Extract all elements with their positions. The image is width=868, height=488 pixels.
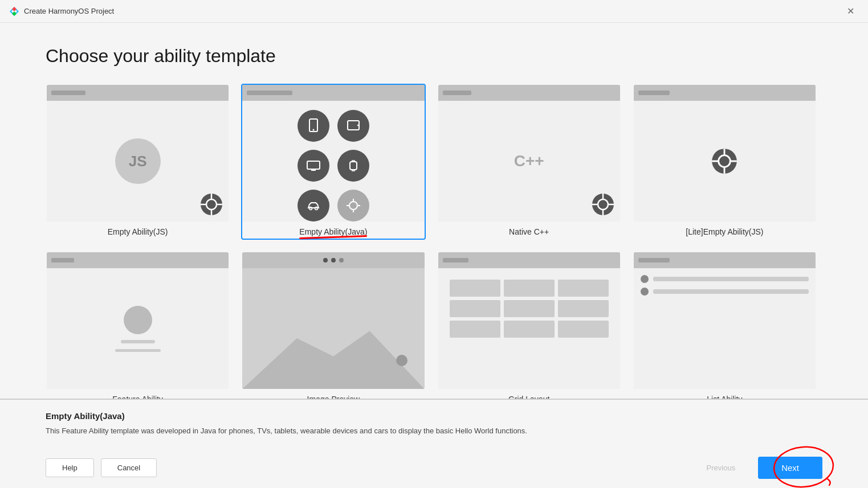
template-name-lite: [Lite]Empty Ability(JS) [686,227,763,236]
list-line [653,289,809,294]
help-button[interactable]: Help [46,458,94,477]
template-card-image[interactable]: Image Preview [241,251,425,399]
java-icons-grid [288,101,378,222]
preview-circle [124,306,152,334]
titlebar-bar [51,91,85,95]
preview-mountain [242,317,424,389]
preview-sun [396,355,407,366]
preview-body-image [242,268,424,389]
preview-titlebar-grid [438,252,620,268]
template-card-lite-js[interactable]: [Lite]Empty Ability(JS) [633,84,817,240]
titlebar-bar-grid [443,258,468,263]
preview-titlebar-java [242,85,424,101]
cpp-logo: C++ [514,152,544,170]
template-card-feature[interactable]: Feature Ability [46,251,230,399]
template-grid-container: JS [46,84,822,399]
template-preview-cpp: C++ [438,85,620,222]
template-name-cpp: Native C++ [509,227,549,236]
footer-right-buttons: Previous Next [691,457,822,479]
preview-body-cpp: C++ [438,101,620,222]
titlebar-bar-lite [638,91,670,95]
preview-list-layout [634,268,816,302]
preview-grid-layout [444,274,614,343]
list-dot [641,275,649,283]
grid-cell [504,280,555,297]
harmony-bottom-icon-cpp [592,193,614,216]
title-bar: Create HarmonyOS Project ✕ [0,0,868,23]
page-title: Choose your ability template [46,46,822,67]
template-preview-grid [438,252,620,389]
grid-cell [450,321,500,338]
list-line [653,277,809,281]
template-card-empty-js[interactable]: JS [46,84,230,240]
footer-left-buttons: Help Cancel [46,458,157,477]
tablet-icon [337,110,369,142]
footer: Help Cancel Previous Next [0,448,868,488]
js-logo: JS [115,138,161,184]
template-card-list[interactable]: List Ability [633,251,817,399]
watch-icon [337,150,369,182]
list-row [641,275,809,283]
svg-point-22 [349,202,357,210]
template-preview-lite [634,85,816,222]
grid-cell [450,300,500,317]
template-name-java: Empty Ability(Java) [299,227,367,236]
list-dot [641,288,649,296]
main-content: Choose your ability template JS [0,23,868,399]
harmony-bottom-icon [200,193,223,216]
list-row [641,288,809,296]
grid-cell [558,321,609,338]
grid-cell [450,280,500,297]
template-card-empty-java[interactable]: Empty Ability(Java) [241,84,425,240]
preview-titlebar-feature [47,252,229,268]
preview-titlebar-cpp [438,85,620,101]
titlebar-bar-list [638,258,670,263]
preview-titlebar-lite [634,85,816,101]
title-bar-left: Create HarmonyOS Project [9,6,114,17]
template-preview-list [634,252,816,389]
preview-body-grid [438,268,620,389]
template-preview-image [242,252,424,389]
template-card-native-cpp[interactable]: C++ [437,84,621,240]
dot-1 [323,258,328,263]
title-bar-text: Create HarmonyOS Project [24,7,114,15]
preview-line-2 [115,349,161,352]
grid-cell [558,280,609,297]
svg-point-11 [312,129,314,131]
template-card-grid[interactable]: Grid Layout [437,251,621,399]
description-text: This Feature Ability template was develo… [46,425,822,437]
dot-3 [339,258,344,263]
template-name-grid: Grid Layout [508,395,549,399]
template-name-image: Image Preview [307,395,360,399]
svg-rect-17 [350,162,357,170]
grid-cell [504,300,555,317]
close-button[interactable]: ✕ [842,3,859,19]
template-name-list: List Ability [707,395,742,399]
titlebar-bar-feature [51,258,74,263]
grid-cell [504,321,555,338]
main-window: Create HarmonyOS Project ✕ Choose your a… [0,0,868,488]
titlebar-bar-java [247,91,292,95]
description-title: Empty Ability(Java) [46,411,822,421]
next-button-wrapper: Next [758,457,822,479]
preview-body-java [242,101,424,222]
phone-icon [298,110,329,142]
harmony-icon [337,190,369,222]
preview-body-lite [634,101,816,222]
preview-line-1 [121,340,155,343]
harmonyos-logo-icon [9,6,19,17]
preview-body-js: JS [47,101,229,222]
preview-titlebar [47,85,229,101]
template-preview-js: JS [47,85,229,222]
previous-button[interactable]: Previous [691,459,752,477]
template-name-feature: Feature Ability [112,395,163,399]
template-preview-java [242,85,424,222]
next-button[interactable]: Next [758,457,822,479]
preview-body-feature [47,268,229,389]
description-section: Empty Ability(Java) This Feature Ability… [0,399,868,448]
dot-2 [331,258,336,263]
car-icon [298,190,329,222]
cancel-button[interactable]: Cancel [101,458,157,477]
preview-titlebar-list [634,252,816,268]
grid-cell [558,300,609,317]
